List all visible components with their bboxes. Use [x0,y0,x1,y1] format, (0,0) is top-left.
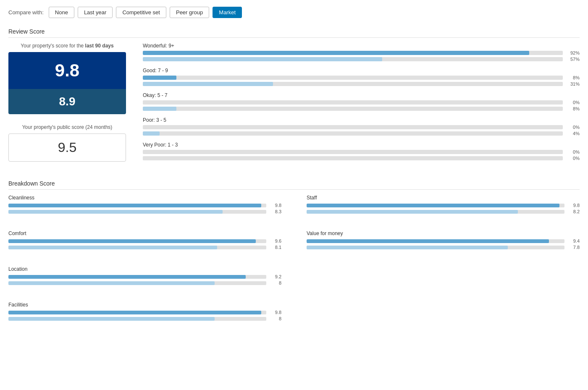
bar-pct-okay-1: 0% [566,100,580,105]
rating-okay-title: Okay: 5 - 7 [143,92,580,98]
bar-track-okay-1 [143,100,563,105]
compare-btn-competitive-set[interactable]: Competitive set [116,7,166,18]
review-score-content: Your property's score for the last 90 da… [8,43,580,167]
rating-wonderful: Wonderful: 9+ 92% 57% [143,43,580,62]
breakdown-facilities-val2: 8 [270,316,281,321]
bar-pct-good-2: 31% [566,81,580,86]
breakdown-cleanliness: Cleanliness 9.8 8.3 [8,195,281,215]
breakdown-comfort-fill2 [8,246,217,249]
breakdown-value-fill2 [307,246,508,249]
rating-wonderful-title: Wonderful: 9+ [143,43,580,49]
breakdown-comfort-bar1: 9.6 [8,238,281,243]
bar-row-okay-1: 0% [143,100,580,105]
bar-row-verypoor-1: 0% [143,149,580,154]
bar-track-poor-1 [143,125,563,129]
bar-pct-okay-2: 8% [566,106,580,111]
bar-fill-good-1 [143,76,176,80]
breakdown-comfort-title: Comfort [8,230,281,236]
breakdown-comfort-val1: 9.6 [270,238,281,243]
breakdown-value-bar2: 7.8 [307,245,580,250]
breakdown-cleanliness-fill1 [8,204,261,207]
breakdown-staff-track1 [307,204,564,207]
bar-fill-wonderful-2 [143,57,382,61]
compare-bar: Compare with: None Last year Competitive… [8,7,580,18]
breakdown-facilities: Facilities 9.8 8 [8,302,281,322]
rating-very-poor: Very Poor: 1 - 3 0% 0% [143,142,580,161]
bar-row-poor-2: 4% [143,131,580,136]
breakdown-facilities-fill2 [8,317,215,321]
bar-row-good-1: 8% [143,75,580,80]
breakdown-value-val1: 9.4 [568,238,580,243]
breakdown-staff-val2: 8.2 [568,209,580,214]
bar-track-verypoor-1 [143,150,563,154]
bar-track-poor-2 [143,131,563,136]
rating-okay: Okay: 5 - 7 0% 8% [143,92,580,111]
compare-btn-market[interactable]: Market [213,7,242,18]
breakdown-location-fill2 [8,281,215,285]
breakdown-location-bar1: 9.2 [8,274,281,279]
breakdown-location-fill1 [8,275,246,279]
bar-pct-good-1: 8% [566,75,580,80]
bar-fill-wonderful-1 [143,51,529,55]
breakdown-cleanliness-val1: 9.8 [270,203,281,208]
breakdown-cleanliness-fill2 [8,210,223,214]
rating-good-title: Good: 7 - 9 [143,68,580,73]
bar-track-good-2 [143,82,563,86]
breakdown-cleanliness-track1 [8,204,266,207]
compare-btn-none[interactable]: None [49,7,74,18]
breakdown-cleanliness-track2 [8,210,266,214]
breakdown-comfort-track2 [8,246,266,249]
breakdown-staff-fill1 [307,204,559,207]
breakdown-location-val2: 8 [270,280,281,285]
breakdown-location: Location 9.2 8 [8,266,281,287]
bar-fill-good-2 [143,82,273,86]
breakdown-comfort-bar2: 8.1 [8,245,281,250]
breakdown-facilities-track2 [8,317,266,321]
breakdown-value: Value for money 9.4 7.8 [307,230,580,251]
breakdown-empty-3 [307,266,580,287]
breakdown-staff-track2 [307,210,564,214]
score-label-bold: last 90 days [85,43,114,49]
breakdown-facilities-fill1 [8,311,261,314]
bar-pct-wonderful-1: 92% [566,50,580,55]
breakdown-grid: Cleanliness 9.8 8.3 Staff 9.8 [8,195,580,329]
rating-poor-title: Poor: 3 - 5 [143,117,580,123]
rating-poor: Poor: 3 - 5 0% 4% [143,117,580,136]
breakdown-cleanliness-val2: 8.3 [270,209,281,214]
rating-very-poor-title: Very Poor: 1 - 3 [143,142,580,148]
secondary-score-box: 8.9 [8,89,126,114]
score-left-panel: Your property's score for the last 90 da… [8,43,126,167]
breakdown-facilities-val1: 9.8 [270,310,281,315]
compare-btn-last-year[interactable]: Last year [78,7,113,18]
breakdown-value-bar1: 9.4 [307,238,580,243]
compare-btn-peer-group[interactable]: Peer group [170,7,209,18]
bar-track-okay-2 [143,107,563,111]
breakdown-cleanliness-bar1: 9.8 [8,203,281,208]
score-label-text: Your property's score for the last 90 da… [8,43,126,49]
review-score-section: Review Score Your property's score for t… [8,28,580,167]
breakdown-value-track1 [307,239,564,243]
breakdown-facilities-track1 [8,311,266,314]
breakdown-staff-fill2 [307,210,518,214]
breakdown-value-val2: 7.8 [568,245,580,250]
bar-fill-okay-2 [143,107,176,111]
bar-pct-poor-2: 4% [566,131,580,136]
breakdown-comfort-track1 [8,239,266,243]
public-score-label: Your property's public score (24 months) [8,124,126,130]
breakdown-location-track1 [8,275,266,279]
breakdown-facilities-bar1: 9.8 [8,310,281,315]
bar-row-okay-2: 8% [143,106,580,111]
rating-bars-panel: Wonderful: 9+ 92% 57% Good: 7 - 9 [143,43,580,167]
breakdown-comfort: Comfort 9.6 8.1 [8,230,281,251]
breakdown-location-track2 [8,281,266,285]
breakdown-facilities-title: Facilities [8,302,281,308]
bar-row-wonderful-1: 92% [143,50,580,55]
breakdown-location-title: Location [8,266,281,272]
bar-row-verypoor-2: 0% [143,156,580,161]
bar-pct-wonderful-2: 57% [566,57,580,62]
compare-label: Compare with: [8,9,44,16]
review-score-title: Review Score [8,28,580,38]
primary-score-box: 9.8 [8,52,126,89]
bar-row-wonderful-2: 57% [143,57,580,62]
bar-track-wonderful-2 [143,57,563,61]
